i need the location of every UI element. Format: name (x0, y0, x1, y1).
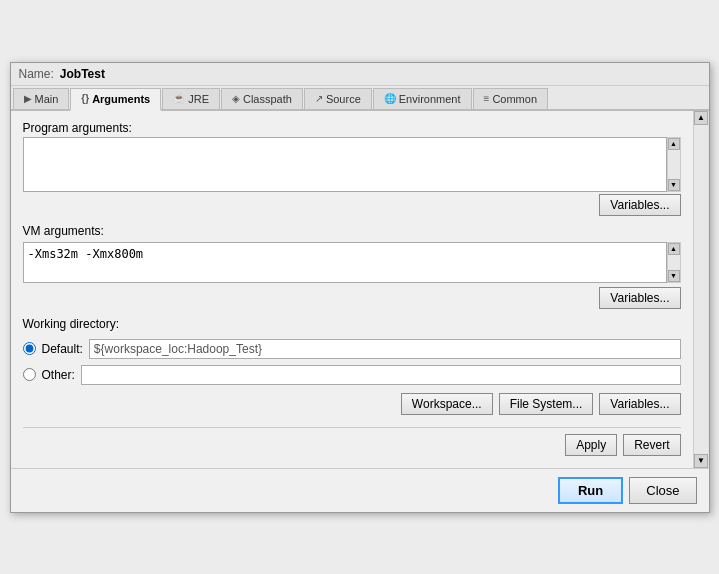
program-args-scroll-up[interactable]: ▲ (668, 138, 680, 150)
program-args-scroll-down[interactable]: ▼ (668, 179, 680, 191)
program-args-section: Program arguments: ▲ ▼ Variables... (23, 121, 681, 216)
program-args-label: Program arguments: (23, 121, 681, 135)
program-args-scrollbar: ▲ ▼ (667, 137, 681, 192)
default-dir-input[interactable] (89, 339, 681, 359)
filesystem-btn[interactable]: File System... (499, 393, 594, 415)
close-btn[interactable]: Close (629, 477, 696, 504)
vm-args-variables-row: Variables... (23, 287, 681, 309)
program-args-wrapper (23, 137, 667, 192)
tab-main-label: Main (35, 93, 59, 105)
scroll-up-btn[interactable]: ▲ (694, 111, 708, 125)
revert-btn[interactable]: Revert (623, 434, 680, 456)
apply-btn[interactable]: Apply (565, 434, 617, 456)
title-value: JobTest (60, 67, 105, 81)
tab-jre[interactable]: ☕ JRE (162, 88, 220, 109)
workspace-btn[interactable]: Workspace... (401, 393, 493, 415)
tab-jre-label: JRE (188, 93, 209, 105)
run-btn[interactable]: Run (558, 477, 623, 504)
common-tab-icon: ≡ (484, 93, 490, 104)
other-radio-row: Other: (23, 365, 681, 385)
bottom-bar: Run Close (11, 468, 709, 512)
tab-arguments[interactable]: {} Arguments (70, 88, 161, 111)
vm-args-label: VM arguments: (23, 224, 681, 238)
main-scrollbar: ▲ ▼ (693, 111, 709, 468)
main-tab-icon: ▶ (24, 93, 32, 104)
environment-tab-icon: 🌐 (384, 93, 396, 104)
program-args-container: ▲ ▼ (23, 137, 681, 192)
name-label: Name: (19, 67, 54, 81)
tab-source-label: Source (326, 93, 361, 105)
scroll-down-btn[interactable]: ▼ (694, 454, 708, 468)
main-panel: Program arguments: ▲ ▼ Variables... (11, 111, 693, 468)
variables-btn[interactable]: Variables... (599, 393, 680, 415)
content-area: Program arguments: ▲ ▼ Variables... (11, 111, 709, 468)
source-tab-icon: ↗ (315, 93, 323, 104)
title-bar: Name: JobTest (11, 63, 709, 86)
vm-args-wrapper: -Xms32m -Xmx800m (23, 242, 667, 283)
vm-args-section: VM arguments: -Xms32m -Xmx800m ▲ ▼ Varia… (23, 224, 681, 309)
other-dir-input[interactable] (81, 365, 681, 385)
tab-environment-label: Environment (399, 93, 461, 105)
vm-args-variables-btn[interactable]: Variables... (599, 287, 680, 309)
classpath-tab-icon: ◈ (232, 93, 240, 104)
tab-classpath-label: Classpath (243, 93, 292, 105)
apply-revert-bar: Apply Revert (23, 427, 681, 458)
tab-bar: ▶ Main {} Arguments ☕ JRE ◈ Classpath ↗ … (11, 86, 709, 111)
working-dir-section: Working directory: Default: Other: Works… (23, 317, 681, 415)
tab-classpath[interactable]: ◈ Classpath (221, 88, 303, 109)
default-radio-label: Default: (42, 342, 83, 356)
working-dir-label: Working directory: (23, 317, 681, 331)
vm-args-scroll-down[interactable]: ▼ (668, 270, 680, 282)
program-args-textarea[interactable] (24, 138, 666, 188)
tab-main[interactable]: ▶ Main (13, 88, 70, 109)
working-dir-buttons: Workspace... File System... Variables... (23, 393, 681, 415)
program-args-scroll-track (668, 150, 680, 179)
default-radio[interactable] (23, 342, 36, 355)
tab-common[interactable]: ≡ Common (473, 88, 548, 109)
other-radio-label: Other: (42, 368, 75, 382)
vm-args-scroll-track (668, 255, 680, 270)
tab-source[interactable]: ↗ Source (304, 88, 372, 109)
vm-args-scroll-up[interactable]: ▲ (668, 243, 680, 255)
launch-config-dialog: Name: JobTest ▶ Main {} Arguments ☕ JRE … (10, 62, 710, 513)
tab-common-label: Common (492, 93, 537, 105)
default-radio-row: Default: (23, 339, 681, 359)
vm-args-scrollbar: ▲ ▼ (667, 242, 681, 283)
scroll-track (694, 125, 708, 454)
program-args-variables-btn[interactable]: Variables... (599, 194, 680, 216)
arguments-tab-icon: {} (81, 93, 89, 104)
program-args-variables-row: Variables... (23, 194, 681, 216)
tab-arguments-label: Arguments (92, 93, 150, 105)
vm-args-container: -Xms32m -Xmx800m ▲ ▼ (23, 242, 681, 283)
vm-args-textarea[interactable]: -Xms32m -Xmx800m (24, 243, 666, 279)
other-radio[interactable] (23, 368, 36, 381)
jre-tab-icon: ☕ (173, 93, 185, 104)
tab-environment[interactable]: 🌐 Environment (373, 88, 472, 109)
